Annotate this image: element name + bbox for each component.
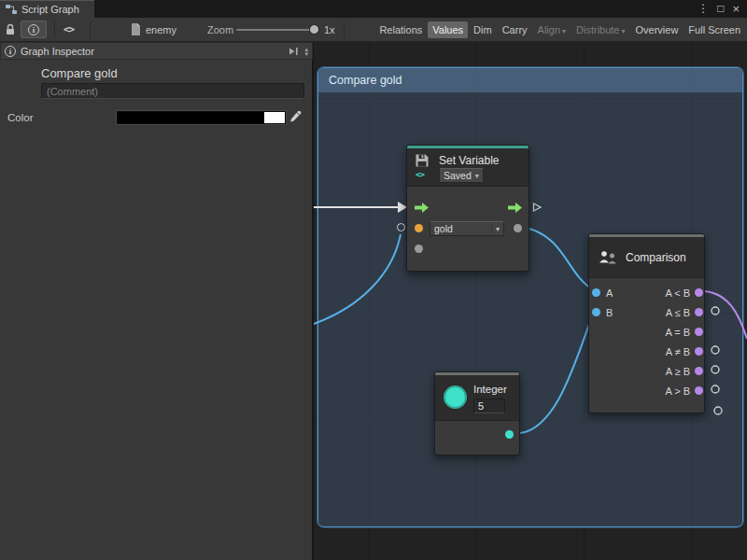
titlebar: Script Graph ⋮ □ × bbox=[0, 0, 747, 18]
dim-button[interactable]: Dim bbox=[469, 21, 497, 38]
output-greater-equal-port[interactable] bbox=[695, 367, 703, 375]
node-title: Set Variable bbox=[439, 154, 499, 167]
color-field-label: Color bbox=[7, 112, 33, 123]
comparison-header: Comparison bbox=[589, 237, 704, 278]
output-less-port[interactable] bbox=[695, 288, 703, 297]
separator bbox=[90, 21, 91, 37]
chevron-down-icon: ▾ bbox=[622, 27, 626, 35]
output-not-equal-port[interactable] bbox=[695, 347, 703, 356]
graph-name: enemy bbox=[146, 24, 176, 35]
output-less-equal-port[interactable] bbox=[695, 308, 703, 316]
zoom-slider-knob[interactable] bbox=[309, 24, 319, 35]
variable-output-port[interactable] bbox=[514, 224, 522, 232]
graph-inspector-panel: i Graph Inspector ▴ ▾ Compare gold Color bbox=[0, 42, 313, 560]
group-header[interactable]: Compare gold bbox=[318, 68, 742, 92]
comparison-row: A > B bbox=[589, 381, 706, 400]
close-icon[interactable]: × bbox=[732, 0, 740, 18]
toolbar-toggles: Relations Values Dim Carry Align▾ Distri… bbox=[374, 18, 745, 41]
integer-value-input[interactable] bbox=[473, 399, 505, 413]
variable-name-dropdown[interactable]: gold ▾ bbox=[430, 221, 504, 236]
edit-code-button[interactable]: <> bbox=[63, 18, 74, 41]
relations-button[interactable]: Relations bbox=[374, 21, 427, 38]
output-label: A ≥ B bbox=[666, 366, 690, 377]
variable-code-icon: <> bbox=[416, 170, 424, 179]
code-icon: <> bbox=[63, 23, 74, 35]
node-integer[interactable]: Integer bbox=[434, 371, 520, 455]
flow-input-port[interactable] bbox=[415, 203, 429, 213]
integer-type-icon bbox=[444, 385, 467, 409]
comparison-row: A = B bbox=[589, 322, 706, 342]
input-a-port[interactable] bbox=[592, 288, 600, 297]
input-label: A bbox=[606, 287, 613, 299]
graph-breadcrumb[interactable]: enemy bbox=[131, 18, 176, 41]
maximize-icon[interactable]: □ bbox=[717, 0, 724, 18]
tab-title: Script Graph bbox=[21, 4, 79, 15]
output-label: A ≤ B bbox=[666, 307, 690, 318]
graph-inspector-header[interactable]: i Graph Inspector ▴ ▾ bbox=[0, 42, 313, 60]
info-icon: i bbox=[28, 24, 39, 35]
node-title: Integer bbox=[473, 384, 507, 395]
output-greater-port[interactable] bbox=[695, 386, 703, 395]
info-icon: i bbox=[5, 46, 16, 57]
separator bbox=[54, 21, 55, 37]
node-title: Comparison bbox=[626, 251, 686, 264]
zoom-label: Zoom bbox=[207, 18, 233, 41]
align-dropdown[interactable]: Align▾ bbox=[533, 21, 571, 38]
output-label: A = B bbox=[665, 327, 690, 338]
input-b-port[interactable] bbox=[592, 308, 600, 316]
output-label: A ≠ B bbox=[666, 346, 690, 357]
carry-button[interactable]: Carry bbox=[498, 21, 532, 38]
color-alpha-segment bbox=[264, 112, 285, 123]
save-icon bbox=[415, 153, 430, 168]
spin-down-icon: ▾ bbox=[304, 51, 308, 56]
node-comparison[interactable]: Comparison A A < B B A ≤ B A = B A ≠ B bbox=[588, 233, 705, 413]
tab-script-graph[interactable]: Script Graph bbox=[0, 0, 94, 18]
output-label: A > B bbox=[665, 385, 690, 397]
tab-menu-icon[interactable]: ⋮ bbox=[698, 0, 709, 18]
comparison-row: B A ≤ B bbox=[589, 302, 706, 322]
input-label: B bbox=[606, 307, 613, 318]
chevron-down-icon: ▾ bbox=[475, 172, 479, 180]
graph-canvas[interactable]: Compare gold bbox=[314, 42, 747, 560]
fullscreen-button[interactable]: Full Screen bbox=[684, 21, 745, 38]
script-asset-icon bbox=[131, 23, 141, 35]
group-title: Compare gold bbox=[329, 74, 402, 87]
output-label: A < B bbox=[665, 287, 690, 299]
separator bbox=[344, 21, 345, 37]
chevron-down-icon: ▾ bbox=[491, 225, 500, 233]
graph-toolbar: i <> enemy Zoom 1x Relations Values Dim … bbox=[0, 18, 747, 42]
comment-input[interactable] bbox=[41, 83, 304, 99]
comparison-icon bbox=[599, 250, 618, 265]
set-variable-header: <> Set Variable Saved ▾ bbox=[407, 148, 529, 187]
inspector-header-icons: ▴ ▾ bbox=[289, 47, 308, 56]
window-controls: ⋮ □ × bbox=[698, 0, 747, 18]
output-equal-port[interactable] bbox=[695, 328, 703, 336]
script-graph-icon bbox=[6, 4, 17, 15]
values-button[interactable]: Values bbox=[428, 21, 468, 38]
integer-output-port[interactable] bbox=[505, 430, 514, 439]
unconnected-input-ring[interactable] bbox=[397, 223, 405, 231]
distribute-dropdown[interactable]: Distribute▾ bbox=[571, 21, 629, 38]
comparison-row: A A < B bbox=[589, 283, 706, 302]
inspector-toggle-button[interactable]: i bbox=[21, 21, 47, 38]
inspected-graph-title: Compare gold bbox=[41, 66, 118, 80]
dock-panel-icon[interactable] bbox=[289, 47, 299, 56]
zoom-slider[interactable] bbox=[236, 29, 318, 31]
unconnected-flow-triangle[interactable] bbox=[531, 202, 543, 213]
chevron-down-icon: ▾ bbox=[562, 27, 566, 35]
overview-button[interactable]: Overview bbox=[631, 21, 684, 38]
flow-output-port[interactable] bbox=[508, 203, 522, 213]
value-input-port[interactable] bbox=[415, 245, 423, 253]
eyedropper-icon[interactable] bbox=[289, 109, 303, 124]
variable-scope-dropdown[interactable]: Saved ▾ bbox=[439, 168, 484, 183]
variable-name-port[interactable] bbox=[415, 224, 423, 232]
script-graph-window: Script Graph ⋮ □ × i <> enemy Zoom 1x bbox=[0, 0, 747, 560]
node-set-variable[interactable]: <> Set Variable Saved ▾ gold ▾ bbox=[406, 145, 529, 272]
color-swatch[interactable] bbox=[117, 111, 286, 124]
comparison-row: A ≥ B bbox=[589, 361, 706, 381]
comparison-row: A ≠ B bbox=[589, 342, 706, 361]
integer-header: Integer bbox=[435, 375, 519, 421]
panel-resize-spinner[interactable]: ▴ ▾ bbox=[304, 47, 308, 56]
zoom-value: 1x bbox=[324, 18, 335, 41]
lock-icon[interactable] bbox=[5, 18, 16, 41]
